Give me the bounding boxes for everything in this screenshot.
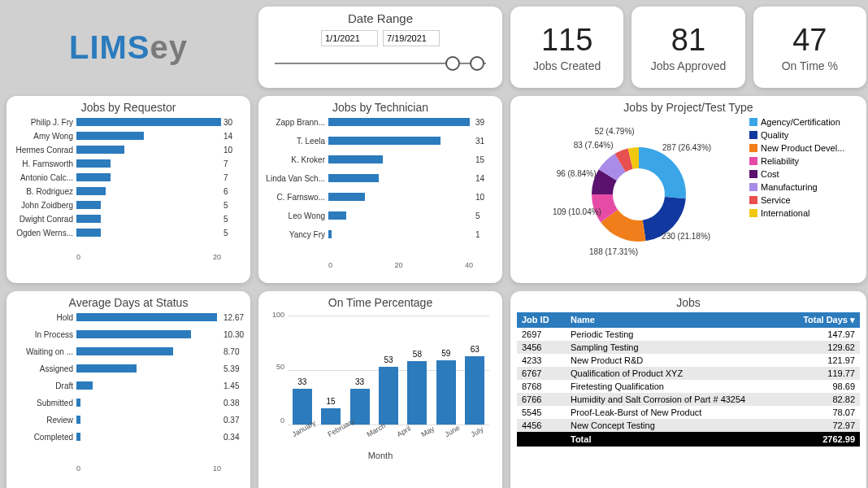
bar-row[interactable]: Review0.37 xyxy=(13,415,244,425)
bar-value: 1.45 xyxy=(221,381,244,390)
legend-label: International xyxy=(761,208,810,218)
date-range-panel: Date Range xyxy=(258,7,502,88)
bar-row[interactable]: T. Leela31 xyxy=(265,136,496,146)
bar-row[interactable]: H. Farnsworth7 xyxy=(13,159,244,168)
bar-row[interactable]: Leo Wong5 xyxy=(265,211,496,220)
table-row[interactable]: 4233New Product R&D121.97 xyxy=(517,354,860,367)
slice-label: 96 (8.84%) xyxy=(557,169,597,178)
x-tick: April xyxy=(396,425,413,439)
bar-value: 14 xyxy=(221,132,244,141)
legend-item[interactable]: Cost xyxy=(749,169,844,179)
legend-item[interactable]: Service xyxy=(749,195,844,205)
legend-label: Manufacturing xyxy=(761,182,818,192)
avg-days-status-panel: Average Days at Status Hold12.67In Proce… xyxy=(7,291,250,488)
bar-value: 5 xyxy=(221,201,244,210)
sort-icon[interactable]: ▾ xyxy=(850,315,855,325)
date-range-slider[interactable] xyxy=(275,51,486,76)
bar-value: 15 xyxy=(321,397,341,406)
bar-row[interactable]: Antonio Calc...7 xyxy=(13,172,244,182)
bar-row[interactable]: Draft1.45 xyxy=(13,381,244,390)
bar-label: Review xyxy=(13,416,76,425)
slider-knob-end[interactable] xyxy=(470,56,484,71)
bar-label: In Process xyxy=(13,330,76,339)
legend-item[interactable]: Quality xyxy=(749,130,844,140)
bar-label: Submitted xyxy=(13,399,76,407)
slice-label: 230 (21.18%) xyxy=(662,232,710,241)
bar-value: 39 xyxy=(473,118,496,127)
bar-value: 14 xyxy=(473,174,496,183)
bar-value: 0.37 xyxy=(221,416,244,425)
bar-label: Dwight Conrad xyxy=(13,215,76,224)
bar-row[interactable]: Yancy Fry1 xyxy=(265,229,496,239)
bar-row[interactable]: In Process10.30 xyxy=(13,329,244,339)
bar-row[interactable]: Linda Van Sch...14 xyxy=(265,173,496,183)
table-row[interactable]: 5545Proof-Leak-Burst of New Product78.07 xyxy=(517,406,860,419)
date-to-input[interactable] xyxy=(383,30,440,46)
bar[interactable]: 53 xyxy=(379,367,398,425)
bar-label: Hermes Conrad xyxy=(13,146,76,155)
bar-label: Antonio Calc... xyxy=(13,173,76,182)
legend-item[interactable]: Manufacturing xyxy=(749,182,844,192)
bar-row[interactable]: C. Farnswo...10 xyxy=(265,192,496,202)
bar-row[interactable]: Assigned5.39 xyxy=(13,364,244,373)
table-row[interactable]: 6767Qualification of Product XYZ119.77 xyxy=(517,367,860,380)
table-row[interactable]: 2697Periodic Testing147.97 xyxy=(517,328,860,341)
bar-value: 53 xyxy=(379,355,398,364)
legend-item[interactable]: Reliability xyxy=(749,156,844,166)
bar-value: 7 xyxy=(221,173,244,182)
bar-value: 33 xyxy=(350,377,370,386)
table-row[interactable]: 6766Humidity and Salt Corrosion of Part … xyxy=(517,393,860,406)
bar-label: B. Rodriguez xyxy=(13,187,76,196)
bar-label: T. Leela xyxy=(265,137,328,146)
kpi-label: Jobs Approved xyxy=(651,59,727,72)
jobs-table-panel: Jobs Job IDNameTotal Days ▾2697Periodic … xyxy=(510,291,866,488)
bar[interactable]: 15 xyxy=(321,408,341,425)
legend-item[interactable]: International xyxy=(749,208,844,218)
bar-value: 8.70 xyxy=(221,347,244,356)
slider-knob-start[interactable] xyxy=(445,56,460,71)
bar-row[interactable]: Submitted0.38 xyxy=(13,398,244,407)
bar-row[interactable]: Philip J. Fry30 xyxy=(13,117,244,127)
panel-title: Average Days at Status xyxy=(13,296,244,309)
bar-row[interactable]: John Zoidberg5 xyxy=(13,200,244,210)
jobs-by-technician-panel: Jobs by Technician Zapp Brann...39T. Lee… xyxy=(258,96,502,283)
table-row[interactable]: 4456New Concept Testing72.97 xyxy=(517,419,860,432)
table-header[interactable]: Job IDNameTotal Days ▾ xyxy=(517,312,860,328)
bar-row[interactable]: Hold12.67 xyxy=(13,312,244,322)
bar-row[interactable]: Hermes Conrad10 xyxy=(13,145,244,155)
bar-value: 6 xyxy=(221,187,244,196)
bar-label: Zapp Brann... xyxy=(265,118,328,127)
legend-item[interactable]: New Product Devel... xyxy=(749,143,844,153)
table-row[interactable]: 8768Firetesting Qualification98.69 xyxy=(517,380,860,393)
bar-value: 5.39 xyxy=(221,364,244,373)
bar-row[interactable]: B. Rodriguez6 xyxy=(13,186,244,196)
bar-row[interactable]: Dwight Conrad5 xyxy=(13,214,244,224)
bar-value: 58 xyxy=(407,350,427,359)
date-from-input[interactable] xyxy=(321,30,378,46)
kpi-value: 47 xyxy=(792,23,827,58)
bar[interactable]: 59 xyxy=(436,360,456,425)
jobs-by-requestor-panel: Jobs by Requestor Philip J. Fry30Amy Won… xyxy=(7,96,250,283)
legend-item[interactable]: Agency/Certification xyxy=(749,117,844,127)
bar-label: Yancy Fry xyxy=(265,230,328,239)
bar-row[interactable]: Ogden Werns...5 xyxy=(13,228,244,237)
table-row[interactable]: 3456Sampling Testing129.62 xyxy=(517,341,860,354)
kpi-label: On Time % xyxy=(782,59,838,72)
bar-row[interactable]: Completed0.34 xyxy=(13,432,244,442)
donut-slice[interactable] xyxy=(639,147,686,198)
slice-label: 83 (7.64%) xyxy=(574,141,614,150)
kpi-card: 115Jobs Created xyxy=(510,7,623,88)
bar[interactable]: 63 xyxy=(465,356,484,425)
bar-label: K. Kroker xyxy=(265,155,328,164)
bar[interactable]: 58 xyxy=(407,361,427,425)
bar-row[interactable]: K. Kroker15 xyxy=(265,155,496,164)
bar-value: 0.38 xyxy=(221,399,244,407)
bar-row[interactable]: Amy Wong14 xyxy=(13,131,244,141)
bar-row[interactable]: Waiting on ...8.70 xyxy=(13,346,244,356)
bar-label: H. Farnsworth xyxy=(13,159,76,168)
bar-row[interactable]: Zapp Brann...39 xyxy=(265,117,496,127)
bar[interactable]: 33 xyxy=(293,389,312,425)
slice-label: 188 (17.31%) xyxy=(589,247,638,256)
bar-label: Waiting on ... xyxy=(13,347,76,356)
legend-label: Service xyxy=(761,195,791,205)
